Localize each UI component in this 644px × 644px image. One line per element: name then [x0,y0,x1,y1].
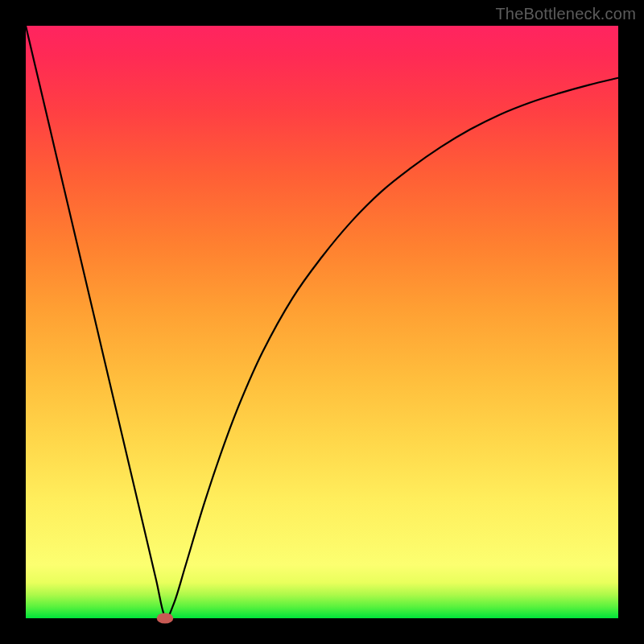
curve-line [26,26,618,617]
plot-area [26,26,618,618]
chart-svg [26,26,618,618]
chart-frame: TheBottleneck.com [0,0,644,644]
minimum-marker [157,613,174,623]
watermark-text: TheBottleneck.com [495,5,636,23]
